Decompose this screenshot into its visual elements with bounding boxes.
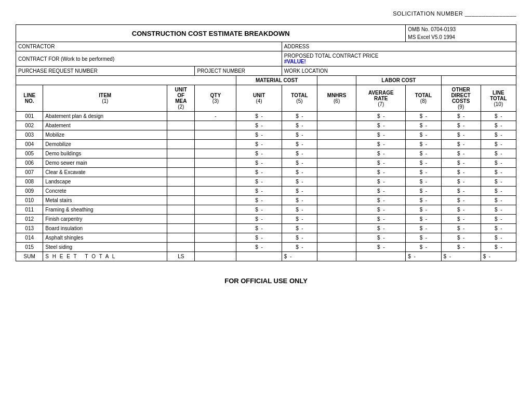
- table-row: 014Asphalt shingles $ -$ - $ -$ - $ -$ -: [16, 233, 516, 243]
- table-row: 006Demo sewer main $ -$ - $ -$ - $ -$ -: [16, 158, 516, 168]
- address-label: ADDRESS: [282, 42, 516, 51]
- col-unit-mea: UNITOFMEA(2): [167, 85, 195, 112]
- table-row: 002Abatement $ -$ - $ -$ - $ -$ -: [16, 121, 516, 130]
- col-qty: QTY(3): [195, 85, 236, 112]
- col-total-mat: TOTAL(5): [282, 85, 317, 112]
- table-row: 010Metal stairs $ -$ - $ -$ - $ -$ -: [16, 196, 516, 205]
- table-row: 005Demo buildings $ -$ - $ -$ - $ -$ -: [16, 149, 516, 158]
- form-title: CONSTRUCTION COST ESTIMATE BREAKDOWN: [16, 25, 406, 42]
- material-cost-header: MATERIAL COST: [236, 76, 317, 85]
- col-line-total: LINETOTAL(10): [481, 85, 516, 112]
- table-row: 001Abatement plan & design- $ -$ - $ -$ …: [16, 112, 516, 121]
- table-row: 013Board insulation $ -$ - $ -$ - $ -$ -: [16, 224, 516, 233]
- table-row: 009Concrete $ -$ - $ -$ - $ -$ -: [16, 187, 516, 196]
- table-row: 012Finish carpentry $ -$ - $ -$ - $ -$ -: [16, 215, 516, 224]
- col-unit: UNIT(4): [236, 85, 282, 112]
- omb-info: OMB No. 0704-0193 MS Excel V5.0 1994: [406, 25, 516, 42]
- purchase-request-label: PURCHASE REQUEST NUMBER: [16, 67, 195, 76]
- proposed-label: PROPOSED TOTAL CONTRACT PRICE #VALUE!: [282, 51, 516, 67]
- table-row: 008Landscape $ -$ - $ -$ - $ -$ -: [16, 177, 516, 187]
- contract-for-label: CONTRACT FOR (Work to be performed): [16, 51, 282, 67]
- footer-text: FOR OFFICIAL USE ONLY: [16, 277, 516, 285]
- contractor-label: CONTRACTOR: [16, 42, 282, 51]
- sum-row: SUM S H E E T T O T A L LS $ - $ - $ - $…: [16, 252, 516, 261]
- project-number-label: PROJECT NUMBER: [195, 67, 282, 76]
- col-item: ITEM(1): [43, 85, 167, 112]
- col-other-direct: OTHERDIRECTCOSTS(9): [441, 85, 481, 112]
- table-row: 015Steel siding $ -$ - $ -$ - $ -$ -: [16, 243, 516, 252]
- labor-cost-header: LABOR COST: [356, 76, 441, 85]
- col-mnhrs: MNHRS(6): [317, 85, 356, 112]
- col-avg-rate: AVERAGERATE(7): [356, 85, 406, 112]
- col-labor-total: TOTAL(8): [406, 85, 441, 112]
- table-row: 011Framing & sheathing $ -$ - $ -$ - $ -…: [16, 205, 516, 215]
- solicitation-number: SOLICITATION NUMBER _______________: [16, 10, 516, 17]
- table-row: 003Mobilize $ -$ - $ -$ - $ -$ -: [16, 130, 516, 140]
- col-line-no: LINENO.: [16, 85, 43, 112]
- table-row: 004Demobilize $ -$ - $ -$ - $ -$ -: [16, 140, 516, 149]
- work-location-label: WORK LOCATION: [282, 67, 516, 76]
- table-row: 007Clear & Excavate $ -$ - $ -$ - $ -$ -: [16, 168, 516, 177]
